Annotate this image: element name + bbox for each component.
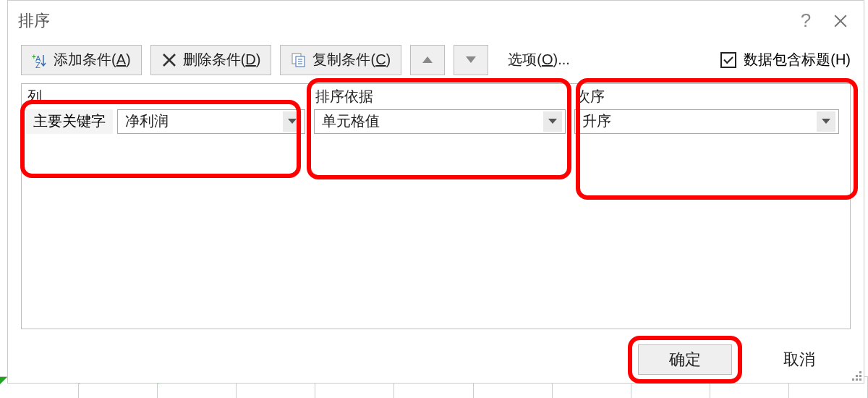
order-select-value: 升序	[582, 111, 611, 131]
arrow-down-icon	[466, 56, 476, 63]
arrow-up-icon	[422, 56, 433, 63]
header-sort-on: 排序依据	[310, 84, 570, 107]
close-icon	[834, 14, 847, 27]
sort-on-select[interactable]: 单元格值	[314, 109, 566, 134]
chevron-down-icon	[817, 111, 835, 132]
chevron-down-icon	[283, 111, 302, 132]
header-column: 列	[22, 84, 310, 107]
titlebar: 排序 ?	[8, 1, 864, 41]
order-select[interactable]: 升序	[574, 109, 839, 134]
move-down-button[interactable]	[454, 45, 488, 75]
has-header-label: 数据包含标题(H)	[744, 50, 851, 69]
sort-dialog: 排序 ? +AZ 添加条件(A) 删除条件(D) 复制条件(C)	[7, 0, 864, 384]
help-icon: ?	[801, 9, 811, 32]
primary-key-label: 主要关键字	[26, 109, 113, 134]
toolbar: +AZ 添加条件(A) 删除条件(D) 复制条件(C) 选项(O)...	[8, 41, 864, 79]
add-level-button[interactable]: +AZ 添加条件(A)	[21, 45, 142, 75]
options-button[interactable]: 选项(O)...	[497, 45, 581, 75]
dialog-title: 排序	[18, 10, 788, 32]
help-button[interactable]: ?	[788, 4, 823, 38]
copy-level-button[interactable]: 复制条件(C)	[280, 45, 401, 75]
move-up-button[interactable]	[410, 45, 445, 75]
checkbox-box	[720, 52, 736, 68]
ok-button[interactable]: 确定	[638, 344, 732, 375]
svg-text:Z: Z	[35, 61, 41, 68]
dialog-footer: 确定 取消	[8, 336, 864, 383]
sort-on-select-value: 单元格值	[322, 111, 380, 131]
close-button[interactable]	[823, 4, 858, 38]
grid-header-row: 列 排序依据 次序	[22, 84, 850, 107]
add-sort-icon: +AZ	[32, 52, 48, 68]
delete-level-button[interactable]: 删除条件(D)	[150, 45, 272, 75]
cancel-button[interactable]: 取消	[752, 344, 846, 375]
has-header-checkbox[interactable]: 数据包含标题(H)	[720, 50, 851, 69]
column-select[interactable]: 净利润	[117, 109, 305, 134]
sort-level-row: 主要关键字 净利润 单元格值 升序	[22, 107, 850, 136]
column-select-value: 净利润	[125, 111, 169, 131]
sort-levels-grid: 列 排序依据 次序 主要关键字 净利润 单元格值 升序	[21, 83, 851, 330]
checkmark-icon	[723, 54, 733, 63]
delete-icon	[161, 52, 177, 68]
copy-icon	[291, 52, 307, 68]
chevron-down-icon	[543, 111, 562, 132]
resize-grip[interactable]	[851, 370, 862, 381]
header-order: 次序	[570, 84, 843, 107]
